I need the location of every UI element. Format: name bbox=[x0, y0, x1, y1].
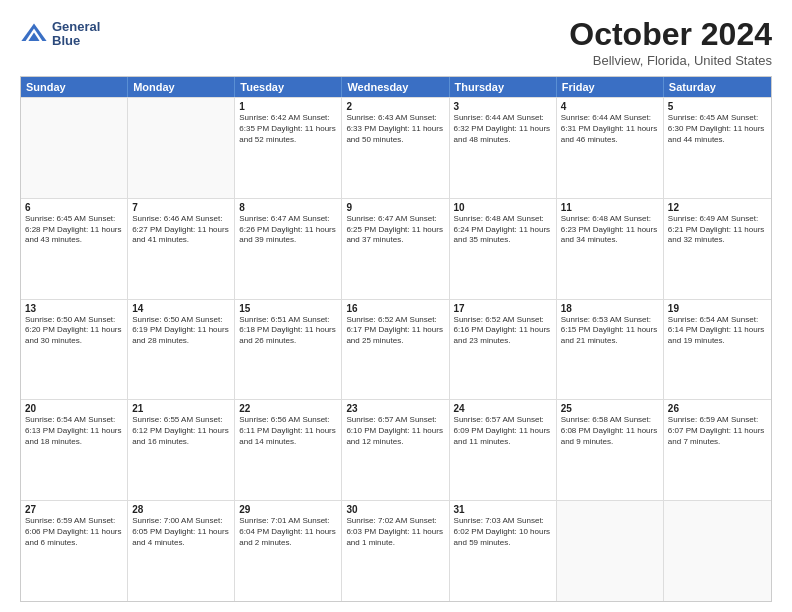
logo-icon bbox=[20, 20, 48, 48]
calendar-cell bbox=[21, 98, 128, 198]
day-number: 22 bbox=[239, 403, 337, 414]
logo-line2: Blue bbox=[52, 34, 100, 48]
calendar-cell: 13Sunrise: 6:50 AM Sunset: 6:20 PM Dayli… bbox=[21, 300, 128, 400]
calendar-cell: 22Sunrise: 6:56 AM Sunset: 6:11 PM Dayli… bbox=[235, 400, 342, 500]
cell-info: Sunrise: 6:45 AM Sunset: 6:28 PM Dayligh… bbox=[25, 214, 123, 246]
day-number: 15 bbox=[239, 303, 337, 314]
calendar-cell: 15Sunrise: 6:51 AM Sunset: 6:18 PM Dayli… bbox=[235, 300, 342, 400]
calendar-cell: 20Sunrise: 6:54 AM Sunset: 6:13 PM Dayli… bbox=[21, 400, 128, 500]
calendar-cell: 24Sunrise: 6:57 AM Sunset: 6:09 PM Dayli… bbox=[450, 400, 557, 500]
title-block: October 2024 Bellview, Florida, United S… bbox=[569, 16, 772, 68]
cell-info: Sunrise: 6:59 AM Sunset: 6:07 PM Dayligh… bbox=[668, 415, 767, 447]
day-number: 17 bbox=[454, 303, 552, 314]
day-number: 24 bbox=[454, 403, 552, 414]
day-number: 1 bbox=[239, 101, 337, 112]
calendar-cell: 5Sunrise: 6:45 AM Sunset: 6:30 PM Daylig… bbox=[664, 98, 771, 198]
calendar-row-1: 6Sunrise: 6:45 AM Sunset: 6:28 PM Daylig… bbox=[21, 198, 771, 299]
cell-info: Sunrise: 6:57 AM Sunset: 6:09 PM Dayligh… bbox=[454, 415, 552, 447]
cell-info: Sunrise: 6:50 AM Sunset: 6:20 PM Dayligh… bbox=[25, 315, 123, 347]
header-day-monday: Monday bbox=[128, 77, 235, 97]
day-number: 5 bbox=[668, 101, 767, 112]
calendar-cell: 11Sunrise: 6:48 AM Sunset: 6:23 PM Dayli… bbox=[557, 199, 664, 299]
day-number: 10 bbox=[454, 202, 552, 213]
cell-info: Sunrise: 6:56 AM Sunset: 6:11 PM Dayligh… bbox=[239, 415, 337, 447]
calendar-row-0: 1Sunrise: 6:42 AM Sunset: 6:35 PM Daylig… bbox=[21, 97, 771, 198]
day-number: 19 bbox=[668, 303, 767, 314]
cell-info: Sunrise: 6:48 AM Sunset: 6:24 PM Dayligh… bbox=[454, 214, 552, 246]
cell-info: Sunrise: 6:59 AM Sunset: 6:06 PM Dayligh… bbox=[25, 516, 123, 548]
cell-info: Sunrise: 7:01 AM Sunset: 6:04 PM Dayligh… bbox=[239, 516, 337, 548]
cell-info: Sunrise: 6:46 AM Sunset: 6:27 PM Dayligh… bbox=[132, 214, 230, 246]
header-day-sunday: Sunday bbox=[21, 77, 128, 97]
logo: General Blue bbox=[20, 20, 100, 49]
main-title: October 2024 bbox=[569, 16, 772, 53]
day-number: 7 bbox=[132, 202, 230, 213]
header-day-tuesday: Tuesday bbox=[235, 77, 342, 97]
day-number: 13 bbox=[25, 303, 123, 314]
calendar-cell bbox=[557, 501, 664, 601]
cell-info: Sunrise: 6:44 AM Sunset: 6:32 PM Dayligh… bbox=[454, 113, 552, 145]
calendar-cell: 2Sunrise: 6:43 AM Sunset: 6:33 PM Daylig… bbox=[342, 98, 449, 198]
calendar-cell: 16Sunrise: 6:52 AM Sunset: 6:17 PM Dayli… bbox=[342, 300, 449, 400]
calendar-cell bbox=[664, 501, 771, 601]
calendar-cell: 28Sunrise: 7:00 AM Sunset: 6:05 PM Dayli… bbox=[128, 501, 235, 601]
cell-info: Sunrise: 7:00 AM Sunset: 6:05 PM Dayligh… bbox=[132, 516, 230, 548]
cell-info: Sunrise: 6:47 AM Sunset: 6:25 PM Dayligh… bbox=[346, 214, 444, 246]
calendar-cell: 26Sunrise: 6:59 AM Sunset: 6:07 PM Dayli… bbox=[664, 400, 771, 500]
day-number: 23 bbox=[346, 403, 444, 414]
logo-line1: General bbox=[52, 20, 100, 34]
calendar-cell: 14Sunrise: 6:50 AM Sunset: 6:19 PM Dayli… bbox=[128, 300, 235, 400]
cell-info: Sunrise: 6:49 AM Sunset: 6:21 PM Dayligh… bbox=[668, 214, 767, 246]
calendar-cell: 27Sunrise: 6:59 AM Sunset: 6:06 PM Dayli… bbox=[21, 501, 128, 601]
day-number: 6 bbox=[25, 202, 123, 213]
day-number: 27 bbox=[25, 504, 123, 515]
calendar-cell: 18Sunrise: 6:53 AM Sunset: 6:15 PM Dayli… bbox=[557, 300, 664, 400]
day-number: 31 bbox=[454, 504, 552, 515]
calendar-cell: 9Sunrise: 6:47 AM Sunset: 6:25 PM Daylig… bbox=[342, 199, 449, 299]
calendar-cell: 21Sunrise: 6:55 AM Sunset: 6:12 PM Dayli… bbox=[128, 400, 235, 500]
day-number: 4 bbox=[561, 101, 659, 112]
calendar: SundayMondayTuesdayWednesdayThursdayFrid… bbox=[20, 76, 772, 602]
cell-info: Sunrise: 6:51 AM Sunset: 6:18 PM Dayligh… bbox=[239, 315, 337, 347]
day-number: 11 bbox=[561, 202, 659, 213]
calendar-body: 1Sunrise: 6:42 AM Sunset: 6:35 PM Daylig… bbox=[21, 97, 771, 601]
cell-info: Sunrise: 6:50 AM Sunset: 6:19 PM Dayligh… bbox=[132, 315, 230, 347]
day-number: 26 bbox=[668, 403, 767, 414]
day-number: 28 bbox=[132, 504, 230, 515]
cell-info: Sunrise: 6:52 AM Sunset: 6:16 PM Dayligh… bbox=[454, 315, 552, 347]
calendar-cell: 17Sunrise: 6:52 AM Sunset: 6:16 PM Dayli… bbox=[450, 300, 557, 400]
day-number: 25 bbox=[561, 403, 659, 414]
header: General Blue October 2024 Bellview, Flor… bbox=[20, 16, 772, 68]
calendar-cell: 12Sunrise: 6:49 AM Sunset: 6:21 PM Dayli… bbox=[664, 199, 771, 299]
calendar-cell: 30Sunrise: 7:02 AM Sunset: 6:03 PM Dayli… bbox=[342, 501, 449, 601]
calendar-cell: 31Sunrise: 7:03 AM Sunset: 6:02 PM Dayli… bbox=[450, 501, 557, 601]
cell-info: Sunrise: 6:54 AM Sunset: 6:13 PM Dayligh… bbox=[25, 415, 123, 447]
cell-info: Sunrise: 6:53 AM Sunset: 6:15 PM Dayligh… bbox=[561, 315, 659, 347]
cell-info: Sunrise: 6:57 AM Sunset: 6:10 PM Dayligh… bbox=[346, 415, 444, 447]
calendar-cell: 4Sunrise: 6:44 AM Sunset: 6:31 PM Daylig… bbox=[557, 98, 664, 198]
day-number: 20 bbox=[25, 403, 123, 414]
calendar-row-4: 27Sunrise: 6:59 AM Sunset: 6:06 PM Dayli… bbox=[21, 500, 771, 601]
subtitle: Bellview, Florida, United States bbox=[569, 53, 772, 68]
day-number: 2 bbox=[346, 101, 444, 112]
day-number: 8 bbox=[239, 202, 337, 213]
calendar-row-2: 13Sunrise: 6:50 AM Sunset: 6:20 PM Dayli… bbox=[21, 299, 771, 400]
cell-info: Sunrise: 6:58 AM Sunset: 6:08 PM Dayligh… bbox=[561, 415, 659, 447]
cell-info: Sunrise: 6:52 AM Sunset: 6:17 PM Dayligh… bbox=[346, 315, 444, 347]
day-number: 30 bbox=[346, 504, 444, 515]
day-number: 21 bbox=[132, 403, 230, 414]
calendar-cell: 3Sunrise: 6:44 AM Sunset: 6:32 PM Daylig… bbox=[450, 98, 557, 198]
calendar-cell: 23Sunrise: 6:57 AM Sunset: 6:10 PM Dayli… bbox=[342, 400, 449, 500]
calendar-cell bbox=[128, 98, 235, 198]
calendar-cell: 29Sunrise: 7:01 AM Sunset: 6:04 PM Dayli… bbox=[235, 501, 342, 601]
calendar-header-row: SundayMondayTuesdayWednesdayThursdayFrid… bbox=[21, 77, 771, 97]
cell-info: Sunrise: 6:48 AM Sunset: 6:23 PM Dayligh… bbox=[561, 214, 659, 246]
calendar-cell: 19Sunrise: 6:54 AM Sunset: 6:14 PM Dayli… bbox=[664, 300, 771, 400]
cell-info: Sunrise: 6:45 AM Sunset: 6:30 PM Dayligh… bbox=[668, 113, 767, 145]
header-day-saturday: Saturday bbox=[664, 77, 771, 97]
calendar-cell: 8Sunrise: 6:47 AM Sunset: 6:26 PM Daylig… bbox=[235, 199, 342, 299]
cell-info: Sunrise: 6:54 AM Sunset: 6:14 PM Dayligh… bbox=[668, 315, 767, 347]
page: General Blue October 2024 Bellview, Flor… bbox=[0, 0, 792, 612]
cell-info: Sunrise: 6:44 AM Sunset: 6:31 PM Dayligh… bbox=[561, 113, 659, 145]
cell-info: Sunrise: 6:55 AM Sunset: 6:12 PM Dayligh… bbox=[132, 415, 230, 447]
